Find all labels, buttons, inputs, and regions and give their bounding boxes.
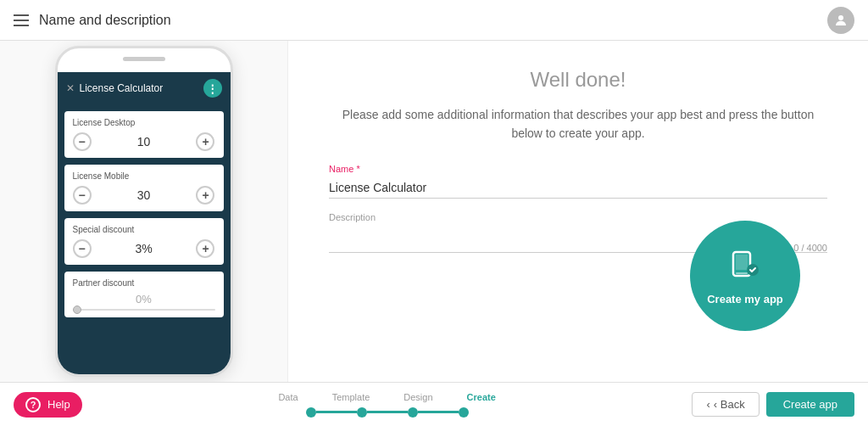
increment-button[interactable]: + (196, 132, 214, 151)
app-body: License Desktop − 10 + License Mobile − … (58, 104, 231, 374)
item-label: Partner discount (73, 278, 215, 288)
step-line-1 (316, 411, 357, 413)
slider-row (73, 309, 215, 311)
phone-mockup: ✕ License Calculator ⋮ License Desktop −… (55, 46, 233, 377)
step-dot-3 (408, 407, 418, 418)
create-app-footer-label: Create app (783, 398, 837, 411)
svg-rect-4 (736, 272, 748, 274)
step-label-create: Create (467, 392, 496, 402)
well-done-heading: Well done! (329, 68, 827, 92)
app-title: License Calculator (80, 82, 164, 94)
increment-button[interactable]: + (196, 239, 214, 258)
page-title: Name and description (39, 13, 171, 28)
step-dot-1 (306, 407, 316, 418)
steps-bar (306, 407, 469, 418)
list-item: Special discount − 3% + (64, 218, 224, 265)
counter-value: 10 (137, 135, 151, 149)
subtitle-text: Please add some additional information t… (329, 105, 827, 143)
help-icon: ? (25, 397, 41, 412)
svg-point-0 (838, 15, 843, 20)
phone-panel: ✕ License Calculator ⋮ License Desktop −… (0, 41, 288, 382)
back-label: ‹ Back (714, 398, 745, 411)
app-header-left: ✕ License Calculator (66, 82, 164, 94)
step-line-2 (367, 411, 408, 413)
counter-value: 3% (135, 242, 152, 255)
list-item: License Desktop − 10 + (64, 111, 224, 158)
steps-indicator: Data Template Design Create (278, 392, 495, 418)
counter-row: − 3% + (73, 239, 215, 258)
list-item: License Mobile − 30 + (64, 165, 224, 211)
help-button[interactable]: ? Help (14, 392, 82, 418)
nav-buttons: ‹ ‹ Back Create app (692, 392, 854, 417)
back-chevron: ‹ (706, 398, 709, 411)
hamburger-menu[interactable] (14, 14, 29, 26)
step-label-template: Template (332, 392, 370, 402)
phone-inner: ✕ License Calculator ⋮ License Desktop −… (58, 72, 231, 374)
increment-button[interactable]: + (196, 186, 214, 205)
step-label-design: Design (403, 392, 432, 402)
create-app-label: Create my app (707, 293, 783, 307)
name-label: Name * (329, 164, 827, 174)
step-dot-2 (357, 407, 367, 418)
item-label: License Mobile (73, 171, 215, 181)
help-label: Help (47, 398, 70, 411)
app-header: ✕ License Calculator ⋮ (58, 72, 231, 104)
footer: ? Help Data Template Design Create ‹ ‹ B… (0, 382, 868, 426)
counter-value: 30 (137, 188, 151, 202)
create-app-footer-button[interactable]: Create app (766, 392, 854, 417)
step-label-data: Data (278, 392, 298, 402)
create-app-icon (728, 245, 762, 286)
char-count: 0 / 4000 (793, 243, 827, 253)
more-button[interactable]: ⋮ (203, 79, 222, 98)
slider-track[interactable] (73, 309, 215, 311)
slider-thumb[interactable] (73, 305, 81, 314)
close-icon[interactable]: ✕ (66, 82, 75, 94)
decrement-button[interactable]: − (73, 239, 92, 258)
item-label: Special discount (73, 225, 215, 234)
item-label: License Desktop (73, 118, 215, 127)
counter-value: 0% (73, 293, 215, 305)
required-indicator: * (353, 164, 359, 174)
step-dot-4 (459, 407, 469, 418)
back-button[interactable]: ‹ ‹ Back (692, 392, 759, 417)
svg-rect-2 (736, 255, 748, 270)
counter-row: − 30 + (73, 186, 215, 205)
main-content: ✕ License Calculator ⋮ License Desktop −… (0, 41, 868, 382)
counter-row: − 10 + (73, 132, 215, 151)
decrement-button[interactable]: − (73, 186, 92, 205)
avatar[interactable] (827, 7, 854, 34)
create-my-app-button[interactable]: Create my app (690, 221, 800, 331)
steps-labels: Data Template Design Create (278, 392, 495, 402)
list-item: Partner discount 0% (64, 272, 224, 317)
decrement-button[interactable]: − (73, 132, 92, 151)
header-left: Name and description (14, 13, 171, 28)
phone-speaker (123, 57, 165, 61)
step-line-3 (418, 411, 459, 413)
name-field: Name * (329, 164, 827, 199)
right-panel: Well done! Please add some additional in… (288, 41, 868, 382)
header: Name and description (0, 0, 868, 41)
name-input[interactable] (329, 177, 827, 199)
